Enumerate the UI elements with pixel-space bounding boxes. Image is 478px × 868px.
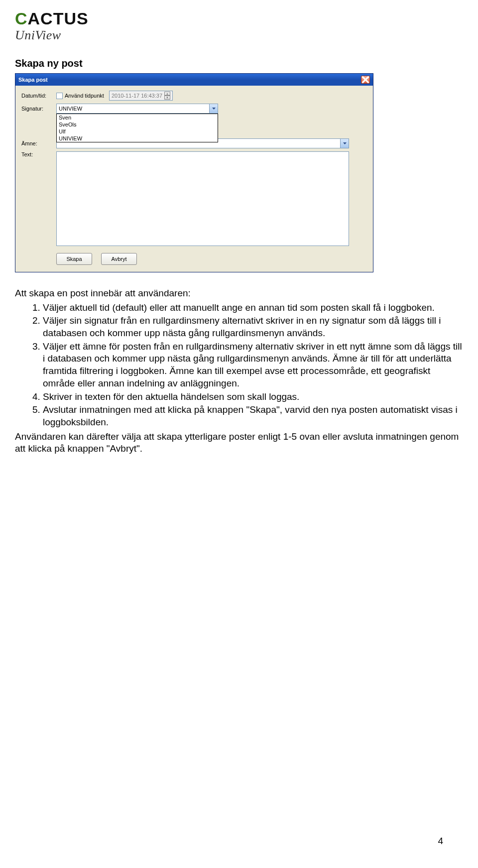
create-post-dialog: Skapa post Datum/tid: Använd tidpunkt 20…: [15, 73, 373, 272]
signatur-option[interactable]: UNIVIEW: [57, 135, 218, 142]
document-body: Att skapa en post innebär att användaren…: [15, 287, 463, 455]
spinner-up-icon[interactable]: ▲: [164, 92, 170, 96]
dialog-titlebar: Skapa post: [15, 74, 373, 86]
datetime-field[interactable]: 2010-11-17 16:43:37 ▲ ▼: [109, 91, 173, 101]
signatur-dropdown-list: Sven SveOls Ulf UNIVIEW: [56, 114, 218, 142]
intro-paragraph: Att skapa en post innebär att användaren…: [15, 287, 463, 300]
signatur-selected: UNIVIEW: [59, 106, 82, 112]
outro-paragraph: Användaren kan därefter välja att skapa …: [15, 431, 463, 455]
signatur-combobox[interactable]: UNIVIEW Sven SveOls Ulf UNIVIEW: [56, 104, 218, 114]
list-item: Väljer aktuell tid (default) eller att m…: [43, 302, 463, 314]
label-text: Text:: [21, 151, 56, 157]
list-item: Väljer ett ämne för posten från en rullg…: [43, 341, 463, 390]
page-number: 4: [438, 836, 443, 847]
list-item: Avslutar inmatningen med att klicka på k…: [43, 404, 463, 428]
logo: CACTUS UniView: [15, 10, 463, 43]
avbryt-button[interactable]: Avbryt: [101, 253, 137, 265]
skapa-button[interactable]: Skapa: [56, 253, 92, 265]
logo-bottom: UniView: [15, 28, 463, 43]
list-item: Väljer sin signatur från en rullgardinsm…: [43, 315, 463, 339]
text-textarea[interactable]: [56, 151, 349, 246]
label-amne: Ämne:: [21, 140, 56, 146]
list-item: Skriver in texten för den aktuella hände…: [43, 391, 463, 403]
section-heading: Skapa ny post: [15, 58, 463, 69]
close-icon[interactable]: [361, 76, 370, 84]
signatur-option[interactable]: Sven: [57, 114, 218, 121]
dialog-title: Skapa post: [18, 77, 48, 83]
use-datetime-checkbox[interactable]: [56, 93, 63, 99]
label-anvand-tidpunkt: Använd tidpunkt: [65, 93, 104, 99]
label-signatur: Signatur:: [21, 106, 56, 112]
signatur-option[interactable]: Ulf: [57, 128, 218, 135]
datetime-value: 2010-11-17 16:43:37: [112, 93, 162, 99]
logo-top: CACTUS: [15, 10, 463, 27]
spinner-down-icon[interactable]: ▼: [164, 96, 170, 100]
chevron-down-icon[interactable]: [340, 139, 349, 148]
chevron-down-icon[interactable]: [209, 104, 218, 113]
signatur-option[interactable]: SveOls: [57, 121, 218, 128]
steps-list: Väljer aktuell tid (default) eller att m…: [15, 302, 463, 429]
label-datumtid: Datum/tid:: [21, 93, 56, 99]
